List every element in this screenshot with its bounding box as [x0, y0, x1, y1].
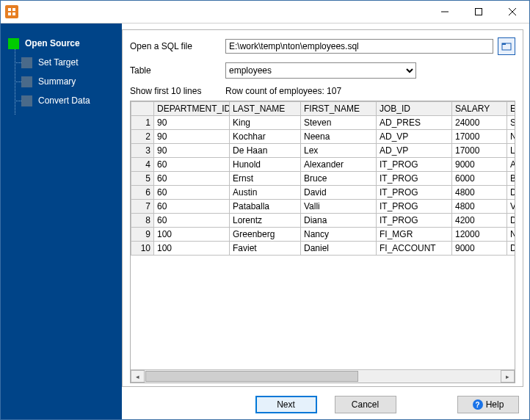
cell[interactable]: 4800 [452, 186, 507, 200]
table-select[interactable]: employees [225, 62, 416, 79]
cell[interactable]: AD_VP [377, 144, 452, 158]
cell[interactable]: 4200 [452, 214, 507, 228]
col-header[interactable]: EMAIL [507, 102, 515, 116]
cell[interactable]: LDEHAAN [507, 144, 515, 158]
sql-file-input[interactable] [225, 39, 493, 54]
col-header[interactable]: LAST_NAME [230, 102, 301, 116]
minimize-button[interactable] [428, 1, 462, 23]
cell[interactable]: 60 [154, 158, 230, 172]
cell[interactable]: 6000 [452, 172, 507, 186]
row-number: 7 [131, 200, 154, 214]
cell[interactable]: Faviet [230, 242, 301, 256]
cell[interactable]: IT_PROG [377, 200, 452, 214]
cell[interactable]: Greenberg [230, 228, 301, 242]
scroll-track[interactable] [145, 371, 500, 382]
scroll-thumb[interactable] [145, 371, 358, 382]
cell[interactable]: SKING [507, 116, 515, 130]
scroll-right-arrow-icon[interactable]: ▸ [501, 370, 515, 383]
cell[interactable]: 100 [154, 228, 230, 242]
cell[interactable]: Hunold [230, 158, 301, 172]
table-row[interactable]: 860LorentzDianaIT_PROG4200DLORENTZ [131, 214, 515, 228]
cell[interactable]: Lorentz [230, 214, 301, 228]
col-header[interactable]: JOB_ID [377, 102, 452, 116]
cell[interactable]: AHUNOLD [507, 158, 515, 172]
cell[interactable]: Neena [301, 130, 377, 144]
cell[interactable]: 4800 [452, 200, 507, 214]
step-set-target[interactable]: Set Target [1, 53, 122, 72]
cell[interactable]: 17000 [452, 130, 507, 144]
cell[interactable]: NKOCHHAR [507, 130, 515, 144]
scroll-left-arrow-icon[interactable]: ◂ [131, 370, 145, 383]
help-button[interactable]: ? Help [457, 396, 519, 413]
browse-file-button[interactable] [498, 37, 515, 55]
cell[interactable]: King [230, 116, 301, 130]
cell[interactable]: 100 [154, 242, 230, 256]
step-convert-data[interactable]: Convert Data [1, 91, 122, 110]
cell[interactable]: AD_VP [377, 130, 452, 144]
cell[interactable]: DAUSTIN [507, 186, 515, 200]
step-open-source[interactable]: Open Source [1, 34, 122, 53]
cell[interactable]: FI_ACCOUNT [377, 242, 452, 256]
cell[interactable]: 9000 [452, 242, 507, 256]
cell[interactable]: Alexander [301, 158, 377, 172]
cell[interactable]: Diana [301, 214, 377, 228]
cell[interactable]: Lex [301, 144, 377, 158]
cell[interactable]: 90 [154, 130, 230, 144]
svg-rect-2 [8, 12, 11, 15]
cell[interactable]: BERNST [507, 172, 515, 186]
table-row[interactable]: 390De HaanLexAD_VP17000LDEHAAN [131, 144, 515, 158]
cell[interactable]: VPATABAL [507, 200, 515, 214]
row-number: 4 [131, 158, 154, 172]
cell[interactable]: Valli [301, 200, 377, 214]
cell[interactable]: 24000 [452, 116, 507, 130]
close-button[interactable] [495, 1, 529, 23]
col-header[interactable]: DEPARTMENT_ID [154, 102, 230, 116]
cell[interactable]: IT_PROG [377, 158, 452, 172]
col-header[interactable]: FIRST_NAME [301, 102, 377, 116]
cell[interactable]: 9000 [452, 158, 507, 172]
cell[interactable]: De Haan [230, 144, 301, 158]
horizontal-scrollbar[interactable]: ◂ ▸ [131, 369, 515, 383]
cell[interactable]: Austin [230, 186, 301, 200]
cell[interactable]: IT_PROG [377, 186, 452, 200]
wizard-window: Open Source Set Target Summary Convert D… [0, 0, 530, 420]
cell[interactable]: David [301, 186, 377, 200]
cell[interactable]: AD_PRES [377, 116, 452, 130]
table-row[interactable]: 190KingStevenAD_PRES24000SKING [131, 116, 515, 130]
cell[interactable]: Pataballa [230, 200, 301, 214]
cell[interactable]: 60 [154, 186, 230, 200]
cancel-button[interactable]: Cancel [335, 396, 396, 413]
cell[interactable]: 90 [154, 144, 230, 158]
cell[interactable]: Bruce [301, 172, 377, 186]
cell[interactable]: 17000 [452, 144, 507, 158]
cell[interactable]: IT_PROG [377, 172, 452, 186]
next-button[interactable]: Next [255, 396, 317, 413]
cell[interactable]: 12000 [452, 228, 507, 242]
table-row[interactable]: 9100GreenbergNancyFI_MGR12000NGREENBE [131, 228, 515, 242]
cell[interactable]: NGREENBE [507, 228, 515, 242]
cell[interactable]: Daniel [301, 242, 377, 256]
cell[interactable]: 90 [154, 116, 230, 130]
cell[interactable]: Ernst [230, 172, 301, 186]
cell[interactable]: DFAVIET [507, 242, 515, 256]
table-row[interactable]: 660AustinDavidIT_PROG4800DAUSTIN [131, 186, 515, 200]
cell[interactable]: DLORENTZ [507, 214, 515, 228]
cell[interactable]: Nancy [301, 228, 377, 242]
cell[interactable]: FI_MGR [377, 228, 452, 242]
table-row[interactable]: 290KochharNeenaAD_VP17000NKOCHHAR [131, 130, 515, 144]
cell[interactable]: Kochhar [230, 130, 301, 144]
col-header[interactable]: SALARY [452, 102, 507, 116]
cell[interactable]: Steven [301, 116, 377, 130]
open-file-label: Open a SQL file [130, 41, 225, 51]
cell[interactable]: 60 [154, 200, 230, 214]
cell[interactable]: 60 [154, 214, 230, 228]
cell[interactable]: 60 [154, 172, 230, 186]
maximize-button[interactable] [462, 1, 495, 23]
table-row[interactable]: 560ErnstBruceIT_PROG6000BERNST [131, 172, 515, 186]
cell[interactable]: IT_PROG [377, 214, 452, 228]
table-row[interactable]: 10100FavietDanielFI_ACCOUNT9000DFAVIET [131, 242, 515, 256]
table-row[interactable]: 760PataballaValliIT_PROG4800VPATABAL [131, 200, 515, 214]
step-summary[interactable]: Summary [1, 72, 122, 91]
wizard-footer: Next Cancel ? Help [122, 390, 529, 419]
table-row[interactable]: 460HunoldAlexanderIT_PROG9000AHUNOLD [131, 158, 515, 172]
